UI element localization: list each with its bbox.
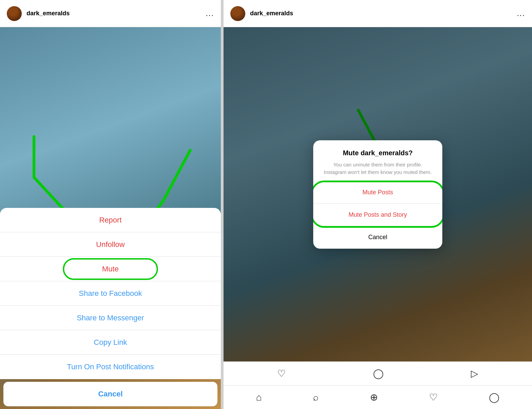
left-top-bar: dark_emeralds ... bbox=[0, 0, 221, 27]
left-bottom-sheet: Report Unfollow Mute Share to Facebook S… bbox=[0, 208, 221, 409]
right-nav-bar: ⌂ ⌕ ⊕ ♡ ◯ bbox=[224, 385, 532, 409]
share-icon[interactable]: ▷ bbox=[471, 368, 478, 379]
unfollow-button[interactable]: Unfollow bbox=[0, 232, 221, 257]
panel-divider bbox=[221, 0, 224, 409]
right-panel: dark_emeralds ... Mute dark_emeralds? Yo… bbox=[224, 0, 532, 409]
heart-nav-icon[interactable]: ♡ bbox=[429, 392, 438, 403]
modal-title: Mute dark_emeralds? bbox=[321, 149, 434, 157]
left-username: dark_emeralds bbox=[26, 10, 206, 17]
right-top-bar: dark_emeralds ... bbox=[224, 0, 532, 27]
copy-link-button[interactable]: Copy Link bbox=[0, 330, 221, 355]
modal-overlay: Mute dark_emeralds? You can unmute them … bbox=[224, 27, 532, 361]
left-cancel-button[interactable]: Cancel bbox=[3, 382, 217, 406]
right-action-bar: ♡ ◯ ▷ bbox=[224, 361, 532, 385]
left-panel: dark_emeralds ... Report bbox=[0, 0, 221, 409]
mute-posts-button[interactable]: Mute Posts bbox=[313, 181, 442, 204]
right-avatar bbox=[230, 6, 245, 21]
mute-posts-story-button[interactable]: Mute Posts and Story bbox=[313, 204, 442, 226]
comment-icon[interactable]: ◯ bbox=[373, 368, 384, 379]
report-button[interactable]: Report bbox=[0, 208, 221, 232]
right-more-button[interactable]: ... bbox=[517, 9, 525, 18]
right-photo-area: Mute dark_emeralds? You can unmute them … bbox=[224, 27, 532, 361]
like-icon[interactable]: ♡ bbox=[277, 368, 286, 379]
share-facebook-button[interactable]: Share to Facebook bbox=[0, 281, 221, 306]
mute-modal: Mute dark_emeralds? You can unmute them … bbox=[313, 140, 442, 249]
search-nav-icon[interactable]: ⌕ bbox=[313, 392, 319, 403]
modal-header: Mute dark_emeralds? You can unmute them … bbox=[313, 140, 442, 181]
right-username: dark_emeralds bbox=[250, 10, 517, 17]
modal-cancel-button[interactable]: Cancel bbox=[313, 226, 442, 249]
modal-subtitle: You can unmute them from their profile. … bbox=[321, 161, 434, 176]
add-icon[interactable]: ⊕ bbox=[370, 392, 378, 403]
mute-button[interactable]: Mute bbox=[0, 257, 221, 281]
left-more-button[interactable]: ... bbox=[206, 9, 214, 18]
post-notifications-button[interactable]: Turn On Post Notifications bbox=[0, 355, 221, 379]
home-icon[interactable]: ⌂ bbox=[256, 392, 262, 403]
profile-icon[interactable]: ◯ bbox=[489, 392, 499, 403]
share-messenger-button[interactable]: Share to Messenger bbox=[0, 306, 221, 330]
left-avatar bbox=[7, 6, 22, 21]
